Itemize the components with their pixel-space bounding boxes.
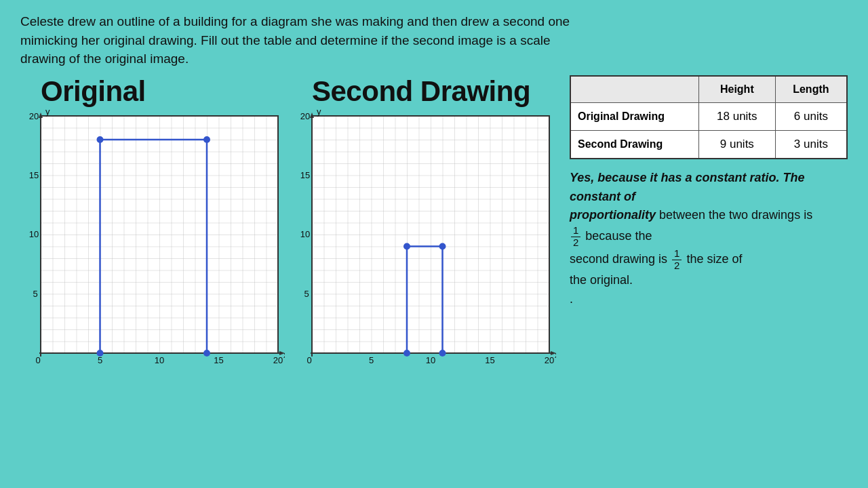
graph2-container: 0 5 10 15 20 x 5 10 15 20 y: [292, 109, 556, 373]
svg-text:20: 20: [273, 355, 283, 365]
fraction2: 1 2: [672, 248, 682, 271]
svg-point-41: [403, 243, 410, 249]
svg-rect-23: [312, 116, 549, 353]
svg-text:5: 5: [369, 355, 374, 365]
explanation-text: Yes, because it has a constant ratio. Th…: [570, 169, 827, 309]
data-table: Height Length Original Drawing 18 units …: [570, 75, 848, 159]
svg-text:0: 0: [35, 355, 40, 365]
svg-text:20: 20: [29, 111, 39, 121]
table-empty-header: [570, 76, 698, 103]
svg-point-42: [439, 243, 446, 249]
svg-text:10: 10: [29, 229, 39, 239]
graph1-title: Original: [41, 75, 146, 108]
svg-text:15: 15: [300, 170, 310, 180]
row1-length: 6 units: [775, 102, 847, 130]
svg-point-40: [403, 350, 410, 357]
dot-text: .: [570, 290, 827, 309]
svg-text:15: 15: [29, 170, 39, 180]
graph2-svg: 0 5 10 15 20 x 5 10 15 20 y: [292, 109, 556, 373]
svg-point-43: [439, 350, 446, 357]
svg-text:y: y: [45, 109, 50, 117]
svg-text:10: 10: [155, 355, 164, 365]
table-height-header: Height: [698, 76, 775, 103]
svg-point-20: [203, 136, 210, 143]
svg-text:20: 20: [300, 111, 310, 121]
svg-text:5: 5: [304, 289, 309, 299]
graph1-svg: 0 5 10 15 20 x 5 10 15 20 y: [20, 109, 285, 373]
problem-text: Celeste drew an outline of a building fo…: [20, 12, 590, 68]
row1-height: 18 units: [698, 102, 775, 130]
row2-height: 9 units: [698, 130, 775, 159]
fraction1: 1 2: [571, 225, 580, 248]
svg-text:5: 5: [98, 355, 102, 365]
svg-text:20: 20: [545, 355, 554, 365]
svg-text:5: 5: [33, 289, 37, 299]
row1-label: Original Drawing: [570, 102, 698, 130]
svg-text:15: 15: [485, 355, 494, 365]
svg-text:15: 15: [214, 355, 223, 365]
graph1-container: 0 5 10 15 20 x 5 10 15 20 y: [20, 109, 285, 373]
svg-rect-1: [41, 116, 278, 353]
svg-point-18: [97, 350, 104, 357]
table-row-second: Second Drawing 9 units 3 units: [570, 130, 847, 159]
table-row-original: Original Drawing 18 units 6 units: [570, 102, 847, 130]
svg-point-19: [97, 136, 104, 143]
svg-text:y: y: [317, 109, 321, 117]
graph2-title: Second Drawing: [312, 75, 530, 108]
row2-label: Second Drawing: [570, 130, 698, 159]
svg-text:x: x: [283, 350, 285, 360]
row2-length: 3 units: [775, 130, 847, 159]
table-length-header: Length: [775, 76, 847, 103]
svg-text:x: x: [555, 350, 556, 360]
svg-text:0: 0: [307, 355, 311, 365]
svg-text:10: 10: [300, 229, 310, 239]
svg-text:10: 10: [426, 355, 435, 365]
right-panel: Height Length Original Drawing 18 units …: [570, 75, 848, 309]
svg-point-21: [203, 350, 210, 357]
